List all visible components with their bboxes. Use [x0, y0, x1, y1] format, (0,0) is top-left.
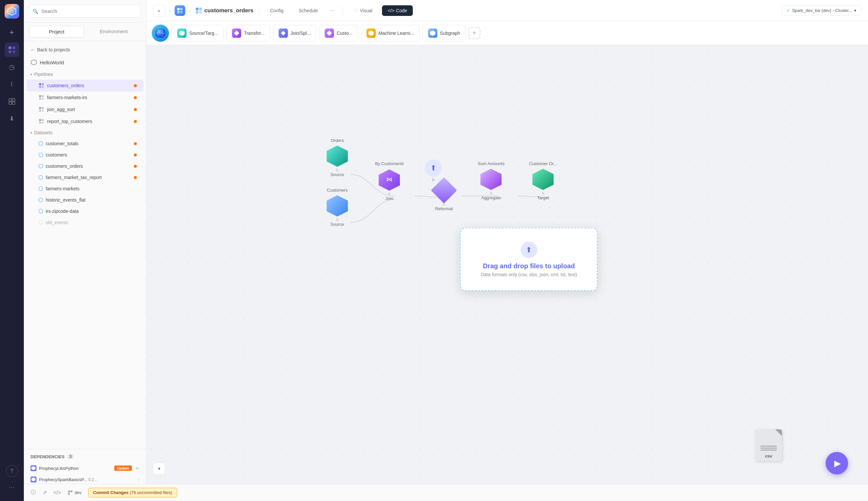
palette-subgraph[interactable]: Subgraph [422, 25, 466, 41]
commit-changes-button[interactable]: Commit Changes (76 uncommitted files) [88, 488, 177, 497]
dataset-customer-totals-label: customer_totals [46, 141, 131, 146]
tab-environment[interactable]: Environment [87, 26, 141, 38]
project-sidebar: 🔍 Project Environment ← Back to projects… [24, 0, 146, 501]
cluster-label: Spark_dev_kw (dev) - Cluster... [792, 8, 852, 13]
pipeline-breadcrumb-icon [175, 5, 185, 16]
palette-transform[interactable]: Transfor... [226, 25, 270, 41]
svg-rect-36 [196, 11, 198, 14]
svg-rect-25 [39, 122, 41, 124]
back-to-projects[interactable]: ← Back to projects [24, 44, 146, 56]
dep-edit-icon[interactable]: ✏ [136, 466, 140, 471]
join-top-label: By CustomerId [375, 161, 404, 166]
dep-item-spark-basics[interactable]: ProphecySparkBasicsP... 0.2... › [31, 474, 140, 485]
check-icon: ✓ [787, 8, 790, 13]
target-node[interactable]: Customer Or... 0 Target [529, 161, 557, 200]
nav-icon-history[interactable]: ◷ [4, 60, 19, 74]
join-node[interactable]: By CustomerId ⋈ 0 Join [375, 161, 404, 201]
join-count: 0 [388, 192, 390, 196]
aggregate-node[interactable]: Sum Amounts 0 Aggregate [478, 161, 505, 200]
svg-rect-16 [42, 95, 44, 97]
sidebar-item-historic-events-flat[interactable]: historic_events_flat [26, 194, 143, 205]
sidebar-item-customers-orders-dataset[interactable]: customers_orders [26, 160, 143, 172]
sidebar-item-report-top-customers[interactable]: report_top_customers [26, 115, 143, 127]
target-top-label: Customer Or... [529, 161, 557, 166]
datasets-section-header[interactable]: ▾ Datasets [24, 127, 146, 138]
svg-rect-7 [12, 98, 15, 101]
nav-icon-analytics[interactable]: ⌇ [4, 77, 19, 92]
back-icon: « [158, 8, 160, 13]
datasets-caret-icon: ▾ [31, 131, 32, 135]
dep-item-prophecy-libs-python[interactable]: ProphecyLibsPython Update ✏ [31, 462, 140, 474]
collapse-button[interactable]: ▾ [153, 462, 165, 475]
dataset-circle-icon-4 [39, 175, 43, 180]
chart-icon[interactable]: ↗ [42, 489, 47, 496]
tab-visual[interactable]: ♡ Visual [348, 5, 378, 16]
sidebar-item-join-agg-sort[interactable]: join_agg_sort [26, 104, 143, 115]
nav-icon-help[interactable]: ? [6, 465, 18, 477]
code-icon: </> [388, 8, 394, 13]
nav-icon-download[interactable]: ⬇ [4, 111, 19, 126]
svg-marker-43 [327, 31, 332, 36]
join-split-label: Join/Spl... [290, 31, 311, 36]
tab-project[interactable]: Project [29, 26, 84, 38]
palette-custom[interactable]: Custo... [319, 25, 358, 41]
svg-rect-23 [39, 119, 41, 121]
tab-schedule[interactable]: Schedule [293, 5, 323, 16]
nav-icon-more[interactable]: ··· [4, 480, 19, 494]
top-bar: « › › customers_orders [146, 0, 868, 21]
sidebar-item-irs-zipcode-data[interactable]: irs-zipcode-data [26, 205, 143, 217]
nav-icon-pipelines[interactable] [4, 42, 19, 57]
branch-indicator[interactable]: dev [68, 490, 81, 495]
sidebar-item-customer-totals[interactable]: customer_totals [26, 138, 143, 149]
search-icon: 🔍 [32, 9, 38, 14]
workspace-item[interactable]: HelloWorld [24, 56, 146, 69]
app-logo[interactable] [4, 4, 19, 19]
reformat-node[interactable]: 0 Reformat [435, 181, 453, 211]
dep-arrow-icon-1[interactable]: › [138, 477, 140, 482]
machine-learning-icon [366, 29, 376, 38]
svg-rect-30 [177, 8, 179, 10]
svg-rect-6 [9, 98, 12, 101]
target-label: Target [537, 195, 549, 200]
code-icon-bottom[interactable]: </> [53, 490, 61, 496]
svg-rect-12 [42, 83, 44, 85]
nav-icon-add[interactable]: + [4, 25, 19, 40]
pipelines-label: Pipelines [34, 72, 53, 77]
pipeline-canvas[interactable]: Orders 0 Source Customers [146, 45, 868, 501]
palette-source-target[interactable]: Source/Targ... [172, 25, 224, 41]
add-palette-button[interactable]: + [469, 27, 480, 39]
tab-more[interactable]: ··· [328, 6, 337, 15]
tab-config[interactable]: Config [264, 5, 289, 16]
sidebar-search-container: 🔍 [24, 0, 146, 23]
dependencies-header: DEPENDENCIES 3 [31, 454, 140, 459]
pipeline-name-icon [195, 7, 202, 14]
dataset-customers-orders-label: customers_orders [46, 163, 131, 169]
play-button[interactable] [826, 452, 848, 475]
csv-label: csv [765, 454, 772, 459]
svg-rect-2 [9, 46, 11, 49]
csv-file-icon[interactable]: csv [755, 429, 782, 461]
info-icon[interactable]: ⓘ [31, 489, 36, 496]
pipelines-section-header[interactable]: ▾ Pipelines [24, 69, 146, 79]
sidebar-item-old-events[interactable]: old_events [26, 217, 143, 228]
dataset-historic-events-label: historic_events_flat [46, 197, 137, 203]
orders-source-node[interactable]: Orders 0 Source [325, 138, 349, 177]
nav-icon-grid[interactable] [4, 94, 19, 109]
sidebar-item-customers-orders[interactable]: customers_orders [26, 79, 143, 92]
back-button[interactable]: « [153, 4, 165, 17]
tab-code[interactable]: </> Code [382, 5, 413, 16]
sidebar-item-farmers-market-tax-report[interactable]: farmers_market_tax_report [26, 172, 143, 183]
cluster-selector[interactable]: ✓ Spark_dev_kw (dev) - Cluster... ▾ [781, 5, 861, 15]
machine-learning-label: Machine Learni... [378, 31, 414, 36]
palette-machine-learning[interactable]: Machine Learni... [361, 25, 419, 41]
sidebar-item-customers[interactable]: customers [26, 149, 143, 160]
dep-update-badge[interactable]: Update [114, 466, 132, 471]
subgraph-label: Subgraph [440, 31, 460, 36]
pipeline-icon-3 [39, 106, 44, 113]
customers-source-node[interactable]: Customers 0 Source [325, 188, 349, 227]
palette-join-split[interactable]: Join/Spl... [273, 25, 316, 41]
search-input[interactable] [29, 4, 141, 18]
svg-marker-42 [234, 31, 239, 36]
sidebar-item-farmers-markets[interactable]: farmers-markets [26, 183, 143, 194]
sidebar-item-farmers-markets-irs[interactable]: farmers-markets-irs [26, 92, 143, 104]
